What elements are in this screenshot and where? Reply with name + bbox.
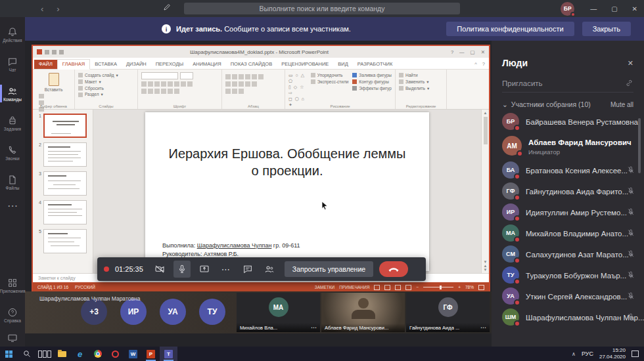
participant-row[interactable]: АМ Аблаев Фарид Мансурович Инициатор [492, 132, 644, 159]
ribbon-group-clipboard[interactable]: Вставить Буфер обмена [33, 70, 75, 109]
participant-bubble[interactable]: ТУ [199, 299, 225, 325]
slide-scrollbar[interactable]: ▲ ▼ ▲ ▼ [481, 110, 489, 273]
participant-row[interactable]: БА Братанова Ксения Алексее... [492, 159, 644, 180]
ribbon-group-editing[interactable]: Найти Заменить▾ Выделить▾ Редактирование [396, 70, 447, 109]
video-tile[interactable]: ГФ Гайнутдинова Аида ... ⋯ [406, 293, 490, 332]
participant-bubble[interactable]: ИР [120, 299, 147, 325]
back-icon[interactable]: ‹ [41, 4, 43, 14]
start-button[interactable] [0, 347, 18, 361]
tab-insert[interactable]: ВСТАВКА [90, 60, 122, 69]
slide-thumbnail[interactable]: 5 [34, 229, 90, 253]
slide-canvas[interactable]: Иерархия Ершова. Обобщение леммы о проек… [145, 112, 429, 271]
copy-link-icon[interactable] [625, 79, 633, 87]
chat-button[interactable] [240, 261, 256, 277]
shapes-gallery[interactable]: ▭ ○ △ ⬠▯ ◇ ☆ ⇨◻ ⬡ ⌂ ✦ [288, 72, 307, 102]
zoom-slider[interactable] [423, 287, 453, 287]
sidebar-more-button[interactable]: ⋯ [0, 197, 25, 214]
tab-developer[interactable]: РАЗРАБОТЧИК [353, 60, 397, 69]
zoom-in-icon[interactable]: + [458, 285, 461, 289]
ribbon-collapse-icon[interactable]: ^ [474, 61, 477, 67]
participant-row[interactable]: ИР Идиятуллин Амир Рустемо... [492, 202, 644, 223]
slide-editor-area[interactable]: Иерархия Ершова. Обобщение леммы о проек… [93, 110, 481, 273]
sidebar-item-help[interactable]: Справка [0, 300, 25, 329]
dismiss-banner-button[interactable]: Закрыть [582, 22, 631, 36]
tab-review[interactable]: РЕЦЕНЗИРОВАНИЕ [277, 60, 333, 69]
more-actions-button[interactable]: ⋯ [218, 261, 234, 277]
language-indicator[interactable]: РУССКИЙ [75, 285, 95, 289]
mic-muted-icon[interactable] [627, 271, 635, 279]
sidebar-item-teams[interactable]: Команды [0, 79, 25, 108]
tab-animations[interactable]: АНИМАЦИЯ [188, 60, 225, 69]
tab-file[interactable]: ФАЙЛ [34, 60, 57, 69]
mic-muted-icon[interactable] [627, 166, 635, 174]
mic-muted-icon[interactable] [627, 250, 635, 258]
panel-scrollbar[interactable] [638, 118, 641, 173]
notes-toggle[interactable]: ЗАМЕТКИ [315, 285, 334, 289]
user-avatar[interactable]: БР [561, 2, 574, 16]
tile-menu-icon[interactable]: ⋯ [480, 324, 486, 331]
privacy-policy-button[interactable]: Политика конфиденциальности [446, 22, 574, 36]
video-tile[interactable]: Аблаев Фарид Мансурови... [321, 293, 405, 332]
opera-button[interactable] [106, 347, 124, 361]
minimize-button[interactable]: — [590, 5, 597, 12]
file-explorer-button[interactable] [53, 347, 71, 361]
next-slide-icon[interactable]: ▼ [484, 268, 488, 272]
normal-view-icon[interactable] [374, 285, 380, 290]
chrome-button[interactable] [89, 347, 106, 361]
scrollbar-thumb[interactable] [484, 117, 488, 144]
participant-row[interactable]: ШМ Шарафулисламова Чулпан Мар... [492, 307, 644, 328]
chevron-down-icon[interactable]: ⌄ [502, 100, 508, 108]
taskbar-search-button[interactable] [18, 347, 35, 361]
participant-row[interactable]: ТУ Туракулов Бобуржон Маър... [492, 265, 644, 286]
sidebar-item-apps[interactable]: Приложения [0, 270, 25, 300]
sidebar-item-files[interactable]: Файлы [0, 167, 25, 197]
ppt-maximize-button[interactable]: ▢ [471, 49, 475, 55]
mic-muted-icon[interactable] [627, 187, 635, 195]
video-tile[interactable]: МА Михайлов Вла... ⋯ [237, 293, 320, 332]
ribbon-group-drawing[interactable]: ▭ ○ △ ⬠▯ ◇ ☆ ⇨◻ ⬡ ⌂ ✦ Упорядочить Экспре… [285, 70, 396, 109]
tab-slideshow[interactable]: ПОКАЗ СЛАЙДОВ [226, 60, 277, 69]
mute-all-button[interactable]: Mute all [610, 101, 633, 108]
mic-muted-icon[interactable] [627, 292, 635, 300]
slide-thumbnail[interactable]: 4 [34, 200, 90, 224]
zoom-level[interactable]: 78% [465, 285, 474, 289]
quick-access-toolbar[interactable] [33, 49, 68, 54]
slide-sorter-icon[interactable] [384, 285, 390, 290]
ribbon-help-icon[interactable]: ? [482, 61, 485, 67]
participant-row[interactable]: БР Байрашева Венера Рустамовна [492, 111, 644, 132]
share-screen-button[interactable] [196, 261, 212, 277]
tab-transitions[interactable]: ПЕРЕХОДЫ [151, 60, 189, 69]
slide-thumbnail[interactable]: 1 [34, 114, 90, 138]
mic-muted-icon[interactable] [627, 313, 635, 321]
language-switcher[interactable]: РУС [582, 350, 593, 357]
comments-toggle[interactable]: ПРИМЕЧАНИЯ [339, 285, 369, 289]
tab-view[interactable]: ВИД [333, 60, 352, 69]
sidebar-item-chat[interactable]: Чат [0, 49, 25, 79]
ribbon-group-font[interactable]: Шрифт [138, 70, 222, 109]
ribbon-group-slides[interactable]: Создать слайд▾ Макет▾ Сбросить Раздел▾ С… [75, 70, 138, 109]
ppt-help-icon[interactable]: ? [451, 49, 453, 55]
edge-button[interactable]: e [71, 347, 89, 361]
participant-row[interactable]: УА Уткин Сергей Александров... [492, 286, 644, 307]
maximize-button[interactable]: ▢ [611, 5, 617, 12]
search-input[interactable]: Выполните поиск или введите команду [184, 3, 460, 14]
new-chat-icon[interactable] [163, 3, 171, 11]
scroll-up-icon[interactable]: ▲ [484, 111, 488, 115]
participant-row[interactable]: ГФ Гайнутдинова Аида Фарито... [492, 180, 644, 202]
tile-menu-icon[interactable]: ⋯ [311, 324, 317, 331]
request-control-button[interactable]: Запросить управление [285, 261, 373, 277]
teams-button[interactable]: T [160, 347, 177, 361]
forward-icon[interactable]: › [57, 4, 59, 14]
slideshow-view-icon[interactable] [405, 285, 411, 290]
word-button[interactable]: W [124, 347, 142, 361]
tab-home[interactable]: ГЛАВНАЯ [57, 59, 90, 70]
participant-row[interactable]: СМ Салахутдинов Азат Марато... [492, 244, 644, 265]
participants-section-label[interactable]: Участники собрания (10) [511, 100, 591, 108]
mic-muted-icon[interactable] [627, 229, 635, 237]
microphone-button[interactable] [173, 261, 191, 278]
sidebar-item-assignments[interactable]: Задания [0, 108, 25, 138]
sidebar-item-calls[interactable]: Звонки [0, 138, 25, 167]
tab-design[interactable]: ДИЗАЙН [122, 60, 151, 69]
participant-bubble[interactable]: УА [160, 299, 186, 325]
close-button[interactable]: ✕ [632, 5, 637, 12]
